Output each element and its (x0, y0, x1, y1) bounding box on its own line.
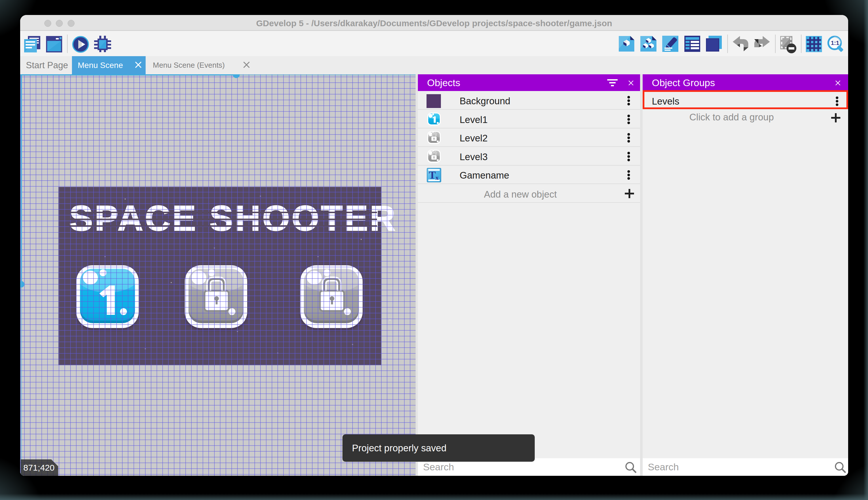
svg-text:x: x (435, 174, 438, 181)
svg-text:1:1: 1:1 (831, 40, 839, 46)
svg-text:T: T (429, 169, 436, 181)
